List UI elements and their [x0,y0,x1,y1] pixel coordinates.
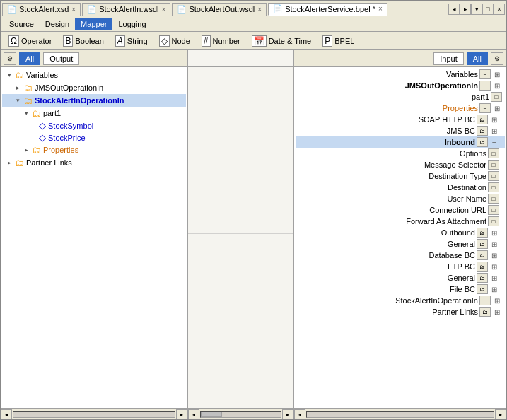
rtree-ftpbc-expand[interactable]: ⊞ [489,262,499,272]
rtree-jmsbc[interactable]: JMS BC 🗂 ⊞ [296,125,505,136]
rtree-outbound-expand[interactable]: ⊞ [489,228,499,238]
rtree-username-node[interactable]: □ [488,194,499,204]
rtree-username[interactable]: User Name □ [296,193,505,204]
toolbar-bpel-btn[interactable]: P BPEL [317,33,359,49]
rtree-general2-expand[interactable]: ⊞ [489,273,499,283]
rtree-soapbc-icon[interactable]: 🗂 [477,115,488,124]
rtree-filebc-expand[interactable]: ⊞ [489,284,499,294]
rtree-general2[interactable]: General 🗂 ⊞ [296,272,505,284]
rtree-partnerlinks[interactable]: Partner Links 🗂 ⊞ [296,306,505,317]
scroll-track-mid[interactable] [200,411,281,418]
tab-stockalertout-wsdl[interactable]: 📄 StockAlertOut.wsdl × [172,3,267,16]
rtree-general1-expand[interactable]: ⊞ [489,239,499,249]
tab-dropdown[interactable]: ▾ [471,4,482,15]
toggle-part1[interactable]: ▾ [22,109,30,117]
rtree-stockalertin-icon[interactable]: − [479,296,491,305]
tab-close-4[interactable]: × [378,5,383,13]
tab-stockalertin-wsdl[interactable]: 📄 StockAlertIn.wsdl × [82,3,170,16]
rtree-inbound-icon[interactable]: 🗂 [477,137,488,147]
toolbar-number-btn[interactable]: # Number [197,33,245,49]
rtree-variables-expand[interactable]: ⊞ [492,69,502,79]
tab-close-1[interactable]: × [71,6,76,13]
rtree-ftpbc[interactable]: FTP BC 🗂 ⊞ [296,261,505,272]
left-all-btn[interactable]: All [19,52,40,65]
rtree-desttype[interactable]: Destination Type □ [296,170,505,182]
rtree-inbound-expand[interactable]: − [489,137,499,147]
rtree-ftpbc-icon[interactable]: 🗂 [477,262,488,272]
scroll-right-left[interactable]: ▸ [176,409,187,419]
rtree-filebc[interactable]: File BC 🗂 ⊞ [296,284,505,295]
rtree-jmsbc-icon[interactable]: 🗂 [477,126,488,136]
toggle-properties[interactable]: ▸ [22,146,30,154]
tab-close-all[interactable]: × [494,4,505,15]
right-panel-settings-btn[interactable]: ⚙ [491,52,503,65]
scroll-track-left[interactable] [13,411,175,418]
rtree-properties-expand[interactable]: ⊞ [492,103,502,113]
right-all-btn[interactable]: All [467,52,488,65]
toolbar-datetime-btn[interactable]: 📅 Date & Time [247,33,317,49]
rtree-jmsout[interactable]: JMSOutOperationIn − ⊞ [296,80,505,91]
rtree-jmsout-collapse[interactable]: − [479,81,491,91]
rtree-desttype-node[interactable]: □ [488,171,499,181]
tree-item-partnerlinks[interactable]: ▸ 🗂 Partner Links [2,156,186,169]
scroll-right-right[interactable]: ▸ [495,409,506,419]
rtree-soapbc[interactable]: SOAP HTTP BC 🗂 ⊞ [296,114,505,125]
rtree-partnerlinks-icon[interactable]: 🗂 [479,307,491,317]
toolbar-string-btn[interactable]: A String [110,33,153,49]
tree-item-properties[interactable]: ▸ 🗂 Properties [2,144,186,156]
rtree-general2-icon[interactable]: 🗂 [477,273,488,283]
scroll-right-mid[interactable]: ▸ [282,409,293,419]
rtree-inbound[interactable]: Inbound 🗂 − [296,136,505,148]
rtree-destination[interactable]: Destination □ [296,182,505,193]
toggle-stocksymbol[interactable] [30,122,39,130]
scroll-left-right[interactable]: ◂ [294,409,305,419]
toggle-jmsout[interactable]: ▸ [13,83,22,92]
rtree-part1[interactable]: part1 □ [296,91,505,103]
left-output-btn[interactable]: Output [43,52,79,65]
tree-item-stockalertin[interactable]: ▾ 🗂 StockAlertInOperationIn [2,94,186,107]
rtree-connurl[interactable]: Connection URL □ [296,204,505,216]
menu-design[interactable]: Design [40,18,75,30]
tree-item-variables[interactable]: ▾ 🗂 Variables [2,69,186,81]
rtree-general1-icon[interactable]: 🗂 [477,239,488,249]
tree-item-part1[interactable]: ▾ 🗂 part1 [2,107,186,119]
rtree-jmsout-expand[interactable]: ⊞ [492,81,502,91]
menu-source[interactable]: Source [4,18,40,30]
rtree-msgselector-node[interactable]: □ [488,160,499,170]
toolbar-operator-btn[interactable]: Ω Operator [4,33,57,49]
tab-stockalert-xsd[interactable]: 📄 StockAlert.xsd × [2,3,81,16]
tab-scroll-right[interactable]: ▸ [460,4,471,15]
rtree-soapbc-expand[interactable]: ⊞ [489,115,499,124]
tab-close-3[interactable]: × [257,6,262,13]
rtree-msgselector[interactable]: Message Selector □ [296,159,505,170]
rtree-outbound-icon[interactable]: 🗂 [477,228,488,238]
rtree-stockalertin-expand[interactable]: ⊞ [492,296,502,305]
rtree-destination-node[interactable]: □ [488,182,499,192]
rtree-properties-collapse[interactable]: − [479,103,491,113]
rtree-general1[interactable]: General 🗂 ⊞ [296,238,505,250]
rtree-databasebc[interactable]: Database BC 🗂 ⊞ [296,250,505,261]
rtree-part1-node[interactable]: □ [491,92,502,102]
toggle-variables[interactable]: ▾ [5,71,13,79]
rtree-outbound[interactable]: Outbound 🗂 ⊞ [296,227,505,238]
rtree-databasebc-expand[interactable]: ⊞ [489,250,499,260]
rtree-variables[interactable]: Variables − ⊞ [296,69,505,80]
toggle-partnerlinks[interactable]: ▸ [5,158,13,167]
right-input-btn[interactable]: Input [433,52,463,65]
toolbar-boolean-btn[interactable]: B Boolean [58,33,108,49]
tab-stockalerterservice-bpel[interactable]: 📄 StockAlerterService.bpel * × [268,3,387,16]
rtree-options[interactable]: Options □ [296,148,505,159]
tree-item-stockprice[interactable]: ◇ StockPrice [2,132,186,144]
scroll-left-mid[interactable]: ◂ [188,409,199,419]
rtree-forward-node[interactable]: □ [488,216,499,226]
rtree-stockalertin[interactable]: StockAlertInOperationIn − ⊞ [296,295,505,306]
rtree-filebc-icon[interactable]: 🗂 [477,284,488,294]
scroll-track-right[interactable] [306,411,494,418]
tab-scroll-left[interactable]: ◂ [448,4,460,15]
rtree-connurl-node[interactable]: □ [488,205,499,215]
tree-item-stocksymbol[interactable]: ◇ StockSymbol [2,119,186,132]
tree-item-jmsout[interactable]: ▸ 🗂 JMSOutOperationIn [2,81,186,94]
rtree-forward[interactable]: Forward As Attachment □ [296,216,505,227]
left-panel-settings-btn[interactable]: ⚙ [4,52,16,65]
rtree-properties[interactable]: Properties − ⊞ [296,103,505,114]
